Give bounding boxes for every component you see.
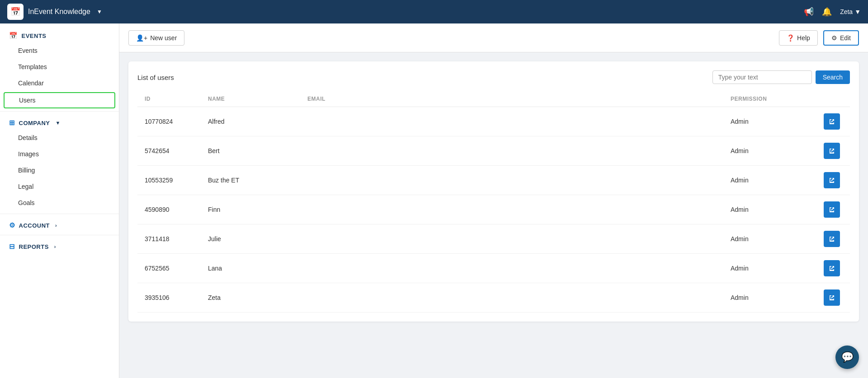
bell-icon[interactable]: 🔔 bbox=[822, 7, 832, 17]
edit-button[interactable]: ⚙ Edit bbox=[823, 30, 859, 46]
help-button[interactable]: ❓ Help bbox=[779, 30, 818, 46]
sidebar-item-templates[interactable]: Templates bbox=[0, 59, 119, 75]
cell-action bbox=[814, 224, 850, 254]
col-header-id: ID bbox=[137, 91, 201, 107]
cell-permission: Admin bbox=[723, 166, 814, 195]
users-card: List of users Search ID NAME EMAIL PERMI… bbox=[128, 61, 859, 322]
sidebar: 📅 EVENTS Events Templates Calendar Users… bbox=[0, 23, 119, 378]
table-row: 3711418 Julie Admin bbox=[137, 224, 850, 254]
sidebar-item-users[interactable]: Users bbox=[4, 92, 115, 108]
user-chevron-icon: ▼ bbox=[854, 8, 861, 15]
main-content: 👤+ New user ❓ Help ⚙ Edit List of users bbox=[119, 23, 868, 378]
table-body: 10770824 Alfred Admin 5742654 Bert Admin bbox=[137, 107, 850, 313]
sidebar-item-goals[interactable]: Goals bbox=[0, 195, 119, 211]
chat-bubble[interactable]: 💬 bbox=[835, 345, 859, 369]
cell-action bbox=[814, 195, 850, 224]
cell-id: 3711418 bbox=[137, 224, 201, 254]
top-navigation: 📅 InEvent Knowledge ▼ 📢 🔔 Zeta ▼ bbox=[0, 0, 868, 23]
cell-permission: Admin bbox=[723, 283, 814, 313]
sidebar-item-events[interactable]: Events bbox=[0, 42, 119, 59]
help-icon: ❓ bbox=[787, 34, 794, 42]
cell-email bbox=[300, 224, 723, 254]
sidebar-section-events[interactable]: 📅 EVENTS bbox=[0, 27, 119, 42]
table-row: 5742654 Bert Admin bbox=[137, 136, 850, 166]
page-toolbar: 👤+ New user ❓ Help ⚙ Edit bbox=[119, 23, 868, 52]
cell-permission: Admin bbox=[723, 224, 814, 254]
table-row: 4590890 Finn Admin bbox=[137, 195, 850, 224]
gear-icon: ⚙ bbox=[831, 34, 837, 42]
cell-action bbox=[814, 136, 850, 166]
topnav-right: 📢 🔔 Zeta ▼ bbox=[804, 7, 861, 17]
cell-action bbox=[814, 107, 850, 136]
sidebar-divider-3 bbox=[0, 235, 119, 235]
open-user-button[interactable] bbox=[824, 172, 840, 188]
card-header: List of users Search bbox=[137, 70, 850, 84]
sidebar-divider-1 bbox=[0, 111, 119, 112]
table-row: 10770824 Alfred Admin bbox=[137, 107, 850, 136]
cell-id: 10553259 bbox=[137, 166, 201, 195]
cell-name: Finn bbox=[201, 195, 300, 224]
table-row: 10553259 Buz the ET Admin bbox=[137, 166, 850, 195]
megaphone-icon[interactable]: 📢 bbox=[804, 7, 814, 17]
sidebar-section-account[interactable]: ⚙ ACCOUNT › bbox=[0, 217, 119, 232]
open-user-button[interactable] bbox=[824, 113, 840, 130]
open-user-button[interactable] bbox=[824, 201, 840, 218]
sidebar-item-details[interactable]: Details bbox=[0, 130, 119, 146]
cell-id: 6752565 bbox=[137, 254, 201, 283]
col-header-permission: PERMISSION bbox=[723, 91, 814, 107]
open-user-button[interactable] bbox=[824, 143, 840, 159]
cell-email bbox=[300, 195, 723, 224]
table-row: 6752565 Lana Admin bbox=[137, 254, 850, 283]
page-body: List of users Search ID NAME EMAIL PERMI… bbox=[119, 52, 868, 378]
search-input[interactable] bbox=[712, 70, 812, 84]
cell-action bbox=[814, 254, 850, 283]
company-chevron-icon: ▼ bbox=[55, 120, 60, 126]
app-logo[interactable]: 📅 bbox=[7, 4, 24, 20]
account-chevron-icon: › bbox=[55, 223, 57, 228]
sidebar-item-legal[interactable]: Legal bbox=[0, 178, 119, 195]
cell-id: 3935106 bbox=[137, 283, 201, 313]
chat-icon: 💬 bbox=[841, 351, 854, 363]
open-user-button[interactable] bbox=[824, 289, 840, 306]
user-menu[interactable]: Zeta ▼ bbox=[840, 8, 861, 15]
app-title: InEvent Knowledge bbox=[28, 8, 90, 16]
account-icon: ⚙ bbox=[9, 221, 15, 229]
cell-name: Julie bbox=[201, 224, 300, 254]
cell-email bbox=[300, 136, 723, 166]
cell-action bbox=[814, 283, 850, 313]
reports-section-label: REPORTS bbox=[19, 243, 49, 250]
sidebar-section-reports[interactable]: ⊟ REPORTS › bbox=[0, 238, 119, 253]
sidebar-section-company[interactable]: ⊞ COMPANY ▼ bbox=[0, 114, 119, 130]
user-name: Zeta bbox=[840, 8, 853, 15]
sidebar-item-billing[interactable]: Billing bbox=[0, 162, 119, 178]
cell-name: Lana bbox=[201, 254, 300, 283]
open-user-button[interactable] bbox=[824, 260, 840, 276]
app-title-chevron-icon[interactable]: ▼ bbox=[97, 9, 102, 15]
cell-permission: Admin bbox=[723, 254, 814, 283]
account-section-label: ACCOUNT bbox=[19, 222, 50, 229]
sidebar-item-images[interactable]: Images bbox=[0, 146, 119, 162]
cell-permission: Admin bbox=[723, 195, 814, 224]
sidebar-item-calendar[interactable]: Calendar bbox=[0, 75, 119, 91]
cell-email bbox=[300, 254, 723, 283]
topnav-left: 📅 InEvent Knowledge ▼ bbox=[7, 4, 102, 20]
open-user-button[interactable] bbox=[824, 231, 840, 247]
search-area: Search bbox=[712, 70, 850, 84]
cell-name: Bert bbox=[201, 136, 300, 166]
add-user-icon: 👤+ bbox=[136, 34, 147, 42]
search-button[interactable]: Search bbox=[816, 70, 850, 84]
main-layout: 📅 EVENTS Events Templates Calendar Users… bbox=[0, 23, 868, 378]
cell-action bbox=[814, 166, 850, 195]
cell-email bbox=[300, 166, 723, 195]
cell-id: 5742654 bbox=[137, 136, 201, 166]
company-section-label: COMPANY bbox=[19, 120, 50, 126]
reports-chevron-icon: › bbox=[54, 244, 56, 249]
cell-email bbox=[300, 107, 723, 136]
cell-name: Zeta bbox=[201, 283, 300, 313]
new-user-button[interactable]: 👤+ New user bbox=[128, 30, 184, 46]
sidebar-divider-2 bbox=[0, 214, 119, 214]
cell-permission: Admin bbox=[723, 107, 814, 136]
col-header-email: EMAIL bbox=[300, 91, 723, 107]
cell-name: Alfred bbox=[201, 107, 300, 136]
company-icon: ⊞ bbox=[9, 119, 15, 127]
